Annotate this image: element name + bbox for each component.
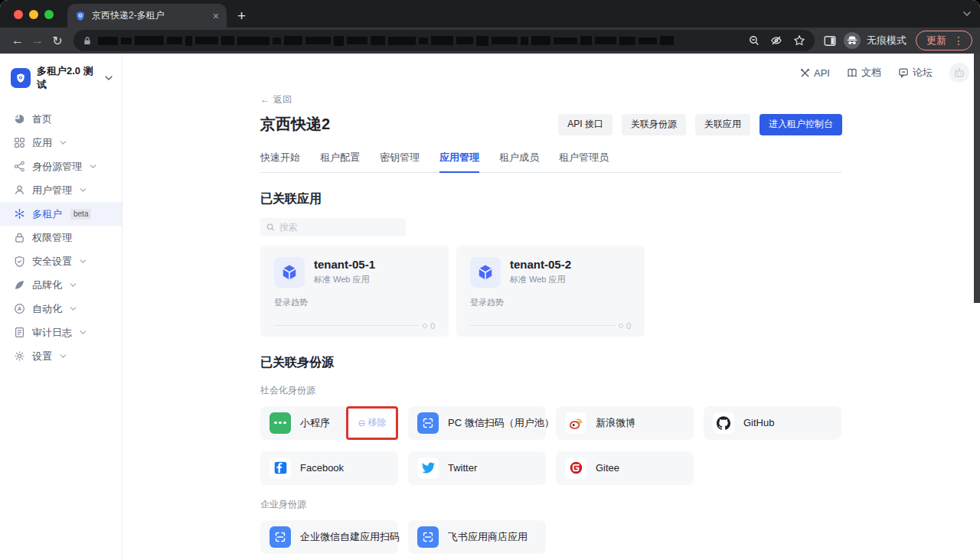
docs-link[interactable]: 文档 [847,66,881,80]
miniprogram-icon [270,412,291,434]
back-button[interactable]: ← [8,34,28,47]
qr-scan-icon [417,412,439,434]
tab-quick-start[interactable]: 快速开始 [260,151,300,172]
zoom-out-icon[interactable] [749,35,760,46]
page-content: ← 返回 京西快递2 API 接口 关联身份源 关联应用 进入租户控制台 快速开… [260,54,842,554]
bookmark-star-icon[interactable] [793,34,805,47]
workspace-logo-shield-icon [11,68,31,88]
sidebar-item-home[interactable]: 首页 [0,107,122,131]
idp-card-facebook[interactable]: Facebook [260,451,398,485]
weibo-icon [565,412,586,434]
address-bar-actions [749,34,805,47]
side-panel-icon[interactable] [824,35,836,47]
idp-card-github[interactable]: GitHub [704,406,841,440]
idp-card-weibo[interactable]: 新浪微博 [556,406,694,440]
book-icon [847,67,858,78]
tab-close-icon[interactable]: × [213,11,219,21]
browser-tab[interactable]: 京西快递2-多租户 × [67,4,227,28]
redacted-url [98,36,743,46]
app-card-tenant-05-2[interactable]: tenant-05-2 标准 Web 应用 登录趋势 0 [456,246,645,337]
forum-link[interactable]: 论坛 [898,66,933,80]
idp-card-miniprogram[interactable]: 小程序 ⊖ 移除 [260,406,398,440]
sidebar-item-identity-sources[interactable]: 身份源管理 [0,155,122,178]
remove-button-annotated[interactable]: ⊖ 移除 [346,406,398,440]
tab-app-management[interactable]: 应用管理 [439,151,479,172]
sidebar-item-permissions[interactable]: 权限管理 [0,226,122,249]
user-icon [14,184,25,196]
tab-key-management[interactable]: 密钥管理 [380,151,420,172]
back-link[interactable]: ← 返回 [260,93,292,106]
window-maximize-button[interactable] [44,10,54,19]
github-icon [713,412,734,434]
reload-button[interactable]: ↻ [47,34,67,48]
sidebar-item-automation[interactable]: A 自动化 [0,297,122,321]
minus-circle-icon: ⊖ [358,418,365,428]
svg-text:A: A [18,305,22,312]
link-app-button[interactable]: 关联应用 [695,114,750,135]
chrome-update-button[interactable]: 更新 ⋮ [916,31,972,50]
sidebar-item-audit-logs[interactable]: 审计日志 [0,321,122,344]
tab-search-chevron-icon[interactable] [963,11,971,16]
gear-icon [14,350,25,362]
forward-button[interactable]: → [28,34,47,47]
sidebar-item-settings[interactable]: 设置 [0,344,122,368]
share-network-icon [14,161,25,172]
enter-tenant-console-button[interactable]: 进入租户控制台 [760,114,842,135]
chevron-down-icon [105,76,113,80]
qr-scan-icon [417,526,439,548]
idp-card-twitter[interactable]: Twitter [408,451,546,485]
browser-toolbar: ← → ↻ 无痕模式 更新 ⋮ [0,28,980,54]
linked-apps-list: tenant-05-1 标准 Web 应用 登录趋势 0 [260,246,842,337]
facebook-icon [270,457,291,479]
search-input[interactable] [279,222,400,233]
window-minimize-button[interactable] [29,10,38,19]
app-card-tenant-05-1[interactable]: tenant-05-1 标准 Web 应用 登录趋势 0 [260,246,449,337]
idp-card-wecom-scan[interactable]: 企业微信自建应用扫码 [260,520,398,554]
home-pie-icon [14,113,25,125]
robot-icon [953,67,965,79]
shield-check-icon [14,256,25,267]
app-cube-icon [274,257,305,288]
app-name: tenant-05-1 [314,259,375,272]
chevron-down-icon [70,307,77,311]
sidebar-item-security-settings[interactable]: 安全设置 [0,249,122,273]
workspace-switcher[interactable]: 多租户2.0 测试 [0,64,122,107]
address-bar[interactable] [74,30,815,51]
utility-bar: API 文档 论坛 [800,63,969,83]
search-icon [266,223,275,232]
tab-tenant-config[interactable]: 租户配置 [320,151,360,172]
idp-card-feishu-store-app[interactable]: 飞书应用商店应用 [408,520,546,554]
twitter-icon [417,457,439,479]
idp-card-wechat-pc-scan[interactable]: PC 微信扫码（用户池） [408,406,546,440]
incognito-profile-chip[interactable]: 无痕模式 [844,32,906,49]
enterprise-idp-label: 企业身份源 [260,498,842,511]
sidebar-item-user-management[interactable]: 用户管理 [0,178,122,202]
page-scrollbar-thumb[interactable] [974,54,980,303]
idp-card-gitee[interactable]: Gitee [556,451,694,485]
sparkline-line [274,325,420,326]
kebab-menu-icon[interactable]: ⋮ [953,34,964,47]
sparkline-point [423,324,427,328]
tab-tenant-admins[interactable]: 租户管理员 [559,151,609,172]
user-avatar[interactable] [949,63,969,83]
link-identity-source-button[interactable]: 关联身份源 [622,114,686,135]
api-tools-icon [800,68,810,78]
sidebar-item-branding[interactable]: 品牌化 [0,273,122,297]
sidebar-item-multi-tenant[interactable]: 多租户 beta [0,202,122,226]
app-type: 标准 Web 应用 [510,274,571,285]
login-trend-label: 登录趋势 [470,297,631,308]
incognito-label: 无痕模式 [867,34,906,47]
tab-tenant-members[interactable]: 租户成员 [499,151,539,172]
api-endpoint-button[interactable]: API 接口 [558,114,612,135]
social-idp-grid: 小程序 ⊖ 移除 PC 微信扫码（用户池） [260,406,842,485]
login-trend-sparkline: 0 [274,321,435,330]
chevron-down-icon [80,330,87,334]
page-title: 京西快递2 [260,114,558,135]
api-link[interactable]: API [800,67,830,79]
sidebar-item-apps[interactable]: 应用 [0,131,122,155]
chevron-down-icon [60,141,67,145]
incognito-icon [844,32,861,49]
eye-off-icon[interactable] [770,34,782,47]
new-tab-button[interactable]: + [237,8,246,23]
window-close-button[interactable] [14,10,23,19]
